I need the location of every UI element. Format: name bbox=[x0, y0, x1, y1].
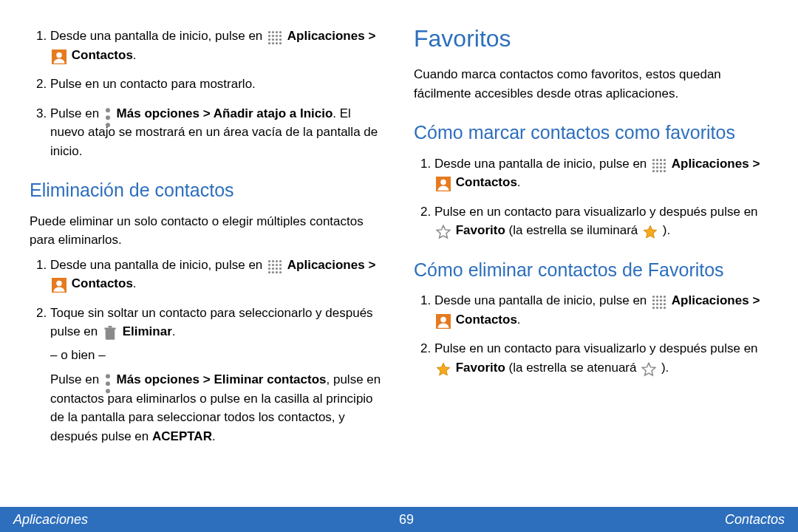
right-column: Favoritos Cuando marca contactos como fa… bbox=[414, 21, 768, 492]
step: Pulse en Más opciones > Añadir atajo a I… bbox=[50, 104, 384, 161]
svg-point-55 bbox=[660, 166, 662, 168]
svg-point-77 bbox=[660, 307, 662, 309]
svg-point-46 bbox=[656, 158, 658, 160]
step: Pulse en un contacto para mostrarlo. bbox=[50, 75, 384, 94]
paragraph: Puede eliminar un solo contacto o elegir… bbox=[30, 212, 384, 250]
svg-point-45 bbox=[652, 158, 655, 160]
svg-point-27 bbox=[276, 263, 278, 265]
svg-point-74 bbox=[664, 303, 666, 305]
svg-point-12 bbox=[268, 42, 270, 44]
paragraph: Pulse en Más opciones > Eliminar contact… bbox=[50, 370, 384, 446]
step: Desde una pantalla de inicio, pulse en A… bbox=[434, 291, 768, 329]
svg-point-49 bbox=[652, 162, 655, 164]
svg-point-30 bbox=[272, 267, 274, 269]
svg-point-52 bbox=[664, 162, 666, 164]
footer-right: Contactos bbox=[725, 512, 785, 528]
svg-point-21 bbox=[268, 259, 270, 262]
svg-point-73 bbox=[660, 303, 662, 305]
svg-point-58 bbox=[656, 169, 658, 171]
heading-delete-contacts: Eliminación de contactos bbox=[30, 177, 384, 205]
list-mark-fav: Desde una pantalla de inicio, pulse en A… bbox=[434, 154, 768, 240]
star-outline-icon bbox=[641, 362, 656, 377]
svg-point-10 bbox=[276, 38, 278, 41]
step: Desde una pantalla de inicio, pulse en A… bbox=[434, 154, 768, 192]
svg-point-67 bbox=[652, 299, 655, 301]
svg-point-11 bbox=[279, 38, 282, 41]
svg-point-28 bbox=[279, 263, 282, 265]
svg-point-23 bbox=[276, 259, 278, 262]
svg-point-34 bbox=[272, 270, 274, 273]
svg-point-42 bbox=[106, 374, 110, 378]
svg-point-72 bbox=[656, 303, 658, 305]
svg-rect-40 bbox=[105, 328, 116, 330]
heading-remove-favorites: Cómo eliminar contactos de Favoritos bbox=[414, 256, 768, 284]
left-column: Desde una pantalla de inicio, pulse en A… bbox=[30, 21, 384, 492]
star-outline-icon bbox=[436, 225, 451, 239]
more-options-icon bbox=[104, 108, 112, 123]
svg-point-3 bbox=[279, 31, 282, 33]
svg-point-15 bbox=[279, 42, 282, 44]
svg-rect-39 bbox=[106, 330, 115, 340]
svg-point-51 bbox=[660, 162, 662, 164]
svg-point-7 bbox=[279, 35, 282, 37]
step: Toque sin soltar un contacto para selecc… bbox=[50, 304, 384, 446]
contacts-icon bbox=[436, 177, 451, 191]
svg-point-50 bbox=[656, 162, 658, 164]
svg-point-35 bbox=[276, 270, 278, 273]
trash-icon bbox=[103, 326, 117, 341]
svg-point-5 bbox=[272, 35, 274, 37]
svg-point-69 bbox=[660, 299, 662, 301]
svg-point-4 bbox=[268, 35, 270, 37]
contacts-icon bbox=[436, 314, 451, 329]
footer-bar: Aplicaciones 69 Contactos bbox=[0, 507, 798, 532]
svg-point-0 bbox=[268, 31, 270, 33]
svg-point-71 bbox=[652, 303, 655, 305]
contacts-icon bbox=[52, 50, 66, 64]
svg-point-14 bbox=[276, 42, 278, 44]
footer-left: Aplicaciones bbox=[13, 512, 88, 528]
svg-point-68 bbox=[656, 299, 658, 301]
svg-point-57 bbox=[652, 169, 655, 171]
svg-point-56 bbox=[664, 166, 666, 168]
svg-point-6 bbox=[276, 35, 278, 37]
svg-point-17 bbox=[56, 52, 62, 58]
svg-point-26 bbox=[272, 263, 274, 265]
svg-point-2 bbox=[276, 31, 278, 33]
apps-grid-icon bbox=[267, 259, 282, 274]
step: Desde una pantalla de inicio, pulse en A… bbox=[50, 27, 384, 64]
svg-point-76 bbox=[656, 307, 658, 309]
svg-point-70 bbox=[664, 299, 666, 301]
svg-point-80 bbox=[440, 316, 446, 322]
list-remove-fav: Desde una pantalla de inicio, pulse en A… bbox=[434, 291, 768, 377]
or-separator: – o bien – bbox=[50, 346, 384, 365]
svg-point-33 bbox=[268, 270, 270, 273]
step: Pulse en un contacto para visualizarlo y… bbox=[434, 339, 768, 377]
svg-point-66 bbox=[664, 296, 666, 298]
svg-point-48 bbox=[664, 158, 666, 160]
svg-point-47 bbox=[660, 158, 662, 160]
svg-point-63 bbox=[652, 296, 655, 298]
apps-grid-icon bbox=[267, 30, 282, 45]
svg-point-29 bbox=[268, 267, 270, 269]
svg-point-59 bbox=[660, 169, 662, 171]
svg-point-32 bbox=[279, 267, 282, 269]
heading-mark-favorites: Cómo marcar contactos como favoritos bbox=[414, 119, 768, 147]
svg-point-8 bbox=[268, 38, 270, 41]
list-shortcut: Desde una pantalla de inicio, pulse en A… bbox=[50, 27, 384, 160]
svg-point-22 bbox=[272, 259, 274, 262]
paragraph: Cuando marca contactos como favoritos, e… bbox=[414, 65, 768, 103]
step: Pulse en un contacto para visualizarlo y… bbox=[434, 202, 768, 240]
more-options-icon bbox=[104, 374, 112, 389]
apps-grid-icon bbox=[652, 295, 666, 310]
svg-point-62 bbox=[440, 180, 446, 185]
svg-point-38 bbox=[56, 281, 62, 287]
svg-point-60 bbox=[664, 169, 666, 171]
step: Desde una pantalla de inicio, pulse en A… bbox=[50, 256, 384, 293]
heading-favorites: Favoritos bbox=[414, 21, 768, 56]
svg-rect-41 bbox=[109, 326, 112, 328]
svg-point-13 bbox=[272, 42, 274, 44]
page-number: 69 bbox=[399, 512, 414, 528]
svg-point-1 bbox=[272, 31, 274, 33]
svg-point-24 bbox=[279, 259, 282, 262]
svg-point-25 bbox=[268, 263, 270, 265]
